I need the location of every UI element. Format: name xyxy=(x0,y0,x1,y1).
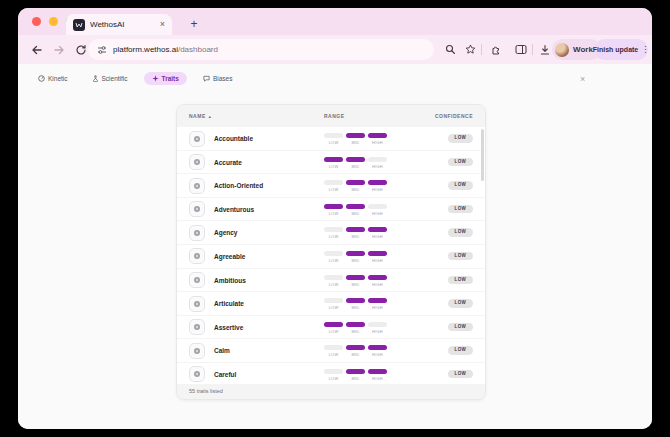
confidence-badge: LOW xyxy=(448,158,473,167)
range-label-mid: MID xyxy=(352,187,360,192)
range-label-low: LOW xyxy=(329,329,339,334)
tab-close-icon[interactable]: × xyxy=(160,20,165,29)
browser-toolbar: platform.wethos.ai/dashboard Work xyxy=(18,35,652,64)
new-tab-button[interactable]: + xyxy=(184,14,204,34)
desktop-background: WethosAI × + platform.wethos.ai/dashboar… xyxy=(0,0,670,437)
range-segment-mid xyxy=(346,204,365,209)
table-header: NAME▲ RANGE CONFIDENCE xyxy=(177,105,485,126)
trait-range: LOW MID HIGH xyxy=(324,180,387,192)
browser-menu-icon[interactable]: ⋮ xyxy=(641,45,649,54)
trait-icon xyxy=(189,366,205,382)
table-row[interactable]: Careful LOW MID HIGH LOW xyxy=(177,362,485,386)
tab-biases[interactable]: Biases xyxy=(195,72,241,85)
range-segment-low xyxy=(324,345,343,350)
range-segment-mid xyxy=(346,180,365,185)
back-icon[interactable] xyxy=(28,41,45,58)
range-segment-high xyxy=(368,204,387,209)
table-row[interactable]: Ambitious LOW MID HIGH LOW xyxy=(177,268,485,292)
range-segment-low xyxy=(324,322,343,327)
trait-range: LOW MID HIGH xyxy=(324,157,387,169)
range-segment-low xyxy=(324,180,343,185)
trait-range: LOW MID HIGH xyxy=(324,251,387,263)
toolbar-separator xyxy=(481,44,482,55)
range-label-high: HIGH xyxy=(372,352,383,357)
table-row[interactable]: Calm LOW MID HIGH LOW xyxy=(177,338,485,362)
browser-tab[interactable]: WethosAI × xyxy=(66,14,172,35)
address-bar[interactable]: platform.wethos.ai/dashboard xyxy=(88,39,434,60)
range-segment-high xyxy=(368,345,387,350)
range-segment-low xyxy=(324,251,343,256)
scrollbar-thumb[interactable] xyxy=(481,129,484,181)
range-label-low: LOW xyxy=(329,187,339,192)
range-segment-low xyxy=(324,298,343,303)
reload-icon[interactable] xyxy=(72,41,89,58)
search-icon[interactable] xyxy=(442,41,459,58)
table-row[interactable]: Assertive LOW MID HIGH LOW xyxy=(177,315,485,339)
range-label-high: HIGH xyxy=(372,187,383,192)
trait-icon xyxy=(189,225,205,241)
sort-asc-icon: ▲ xyxy=(208,114,212,119)
range-segment-mid xyxy=(346,251,365,256)
range-segment-low xyxy=(324,157,343,162)
range-segment-mid xyxy=(346,133,365,138)
range-segment-mid xyxy=(346,227,365,232)
dismiss-icon[interactable]: × xyxy=(580,74,585,84)
column-name[interactable]: NAME▲ xyxy=(189,113,212,119)
range-segment-low xyxy=(324,204,343,209)
minimize-button[interactable] xyxy=(49,17,58,26)
range-segment-high xyxy=(368,227,387,232)
finish-update-button[interactable]: Finish update ⋮ xyxy=(594,39,648,60)
url-path: /dashboard xyxy=(178,45,218,54)
speech-bubble-icon xyxy=(203,75,210,82)
wethosai-favicon xyxy=(73,19,85,31)
range-segment-high xyxy=(368,180,387,185)
table-footer: 55 traits listed xyxy=(177,384,485,399)
trait-icon xyxy=(189,248,205,264)
confidence-badge: LOW xyxy=(448,252,473,261)
range-label-high: HIGH xyxy=(372,376,383,381)
range-label-mid: MID xyxy=(352,258,360,263)
trait-icon xyxy=(189,343,205,359)
tab-title: WethosAI xyxy=(90,20,155,29)
tab-scientific-label: Scientific xyxy=(102,75,128,82)
table-row[interactable]: Agreeable LOW MID HIGH LOW xyxy=(177,244,485,268)
range-label-mid: MID xyxy=(352,164,360,169)
tab-scientific[interactable]: Scientific xyxy=(84,72,136,85)
column-range: RANGE xyxy=(324,113,345,119)
range-label-high: HIGH xyxy=(372,140,383,145)
trait-name: Articulate xyxy=(214,300,244,307)
tab-traits[interactable]: Traits xyxy=(144,72,187,85)
extensions-icon[interactable] xyxy=(488,41,505,58)
confidence-badge: LOW xyxy=(448,346,473,355)
range-label-high: HIGH xyxy=(372,258,383,263)
table-row[interactable]: Action-Oriented LOW MID HIGH LOW xyxy=(177,173,485,197)
range-segment-low xyxy=(324,369,343,374)
download-icon[interactable] xyxy=(536,41,553,58)
table-row[interactable]: Accurate LOW MID HIGH LOW xyxy=(177,150,485,174)
trait-range: LOW MID HIGH xyxy=(324,345,387,357)
trait-icon xyxy=(189,272,205,288)
range-label-mid: MID xyxy=(352,282,360,287)
table-row[interactable]: Accountable LOW MID HIGH LOW xyxy=(177,126,485,150)
sparkle-icon xyxy=(152,75,159,82)
confidence-badge: LOW xyxy=(448,299,473,308)
forward-icon[interactable] xyxy=(50,41,67,58)
trait-name: Adventurous xyxy=(214,206,254,213)
trait-icon xyxy=(189,154,205,170)
table-row[interactable]: Agency LOW MID HIGH LOW xyxy=(177,220,485,244)
trait-name: Ambitious xyxy=(214,277,246,284)
close-button[interactable] xyxy=(32,17,41,26)
table-row[interactable]: Adventurous LOW MID HIGH LOW xyxy=(177,197,485,221)
range-label-low: LOW xyxy=(329,352,339,357)
site-info-icon[interactable] xyxy=(97,45,107,55)
trait-name: Agreeable xyxy=(214,253,245,260)
bookmark-star-icon[interactable] xyxy=(462,41,479,58)
side-panel-icon[interactable] xyxy=(512,41,529,58)
trait-range: LOW MID HIGH xyxy=(324,204,387,216)
range-label-low: LOW xyxy=(329,258,339,263)
trait-icon xyxy=(189,296,205,312)
range-label-low: LOW xyxy=(329,282,339,287)
table-row[interactable]: Articulate LOW MID HIGH LOW xyxy=(177,291,485,315)
toolbar-separator xyxy=(532,44,533,55)
tab-kinetic[interactable]: Kinetic xyxy=(30,72,76,85)
